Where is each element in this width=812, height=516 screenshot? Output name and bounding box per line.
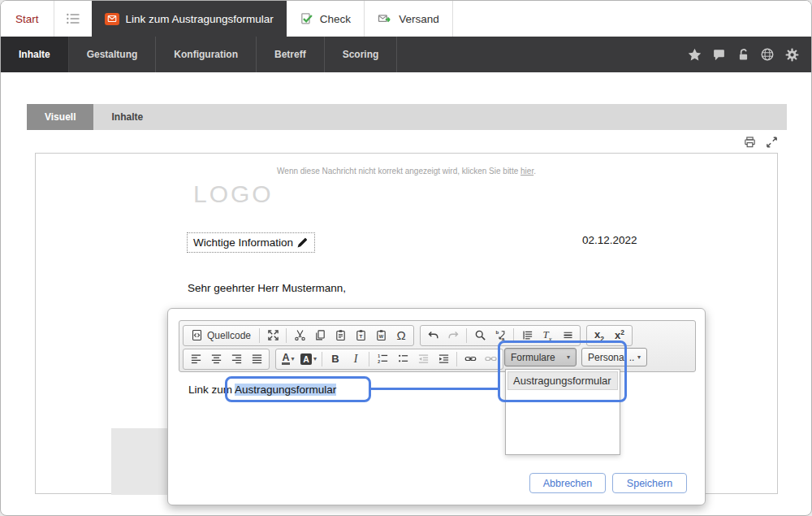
indent-icon: [438, 353, 450, 365]
numbered-list-button[interactable]: [373, 350, 392, 368]
copy-icon: [314, 329, 326, 341]
paste-button[interactable]: [330, 327, 350, 345]
send-icon: [378, 11, 392, 26]
remove-format-button[interactable]: Tx: [538, 327, 557, 345]
indent-button[interactable]: [434, 350, 453, 368]
italic-button[interactable]: I: [346, 350, 365, 368]
email-badge: [105, 13, 119, 25]
undo-button[interactable]: [423, 327, 443, 345]
subscript-button[interactable]: x2: [590, 327, 609, 345]
navbar-icon-group: [686, 37, 811, 72]
special-char-button[interactable]: Ω: [391, 327, 411, 345]
maximize-button[interactable]: [263, 327, 283, 345]
divider: [452, 1, 453, 37]
webview-notice: Wenn diese Nachricht nicht korrekt angez…: [36, 167, 777, 176]
tab-start[interactable]: Start: [1, 1, 54, 37]
redo-button[interactable]: [443, 327, 463, 345]
headline-text: Wichtige Information: [193, 236, 293, 249]
source-icon: [191, 329, 203, 341]
align-center-button[interactable]: [206, 350, 226, 368]
divider: [513, 328, 514, 343]
nav-item-inhalte[interactable]: Inhalte: [1, 37, 69, 72]
align-justify-icon: [251, 353, 263, 365]
outdent-button[interactable]: [413, 350, 433, 368]
tab-versand[interactable]: Versand: [365, 1, 452, 37]
redo-icon: [447, 329, 460, 341]
caret-down-icon: ▾: [567, 353, 570, 361]
personalisierung-dropdown[interactable]: Personal .. ▾: [581, 348, 647, 366]
subtab-visuell[interactable]: Visuell: [27, 104, 93, 130]
text-color-button[interactable]: A▾: [279, 350, 298, 368]
italic-icon: I: [354, 353, 358, 366]
main-navbar: Inhalte Gestaltung Konfiguration Betreff…: [1, 37, 811, 72]
subtab-inhalte[interactable]: Inhalte: [93, 104, 161, 130]
preview-tools: [743, 136, 779, 149]
bg-color-button[interactable]: A▾: [299, 350, 318, 368]
formulare-dropdown[interactable]: Formulare ▾: [504, 348, 577, 366]
check-icon: [300, 12, 313, 26]
tab-check[interactable]: Check: [287, 1, 364, 37]
overview-list-button[interactable]: [54, 1, 92, 37]
editor-content[interactable]: Link zum Austragungsformular: [188, 384, 336, 396]
unlink-button[interactable]: [481, 350, 500, 368]
nav-label: Konfiguration: [174, 49, 238, 60]
nav-item-scoring[interactable]: Scoring: [325, 37, 398, 72]
bullet-list-button[interactable]: [393, 350, 412, 368]
divider: [456, 352, 457, 366]
align-right-button[interactable]: [227, 350, 246, 368]
gear-icon: [784, 47, 800, 63]
cancel-button[interactable]: Abbrechen: [529, 473, 606, 493]
nav-item-konfiguration[interactable]: Konfiguration: [156, 37, 257, 72]
bold-button[interactable]: B: [326, 350, 345, 368]
webview-link[interactable]: hier: [520, 167, 533, 176]
formulare-label: Formulare: [511, 352, 555, 363]
toolbar-group: [183, 349, 270, 370]
omega-icon: Ω: [396, 328, 405, 342]
source-label: Quellcode: [207, 330, 251, 341]
superscript-button[interactable]: x2: [610, 327, 629, 345]
editable-headline[interactable]: Wichtige Information: [187, 232, 315, 253]
unlink-icon: [485, 353, 497, 365]
formulare-dropdown-panel: Austragungsformular: [505, 369, 620, 455]
annotation-connector-line: [369, 388, 499, 390]
dropdown-item-austragungsformular[interactable]: Austragungsformular: [508, 371, 618, 390]
paste-text-button[interactable]: [351, 327, 370, 345]
greeting-text: Sehr geehrter Herr Mustermann,: [188, 282, 346, 294]
tab-link-zum-austragungsformular[interactable]: Link zum Austragungsformular: [92, 1, 287, 37]
print-icon[interactable]: [743, 136, 757, 149]
align-center-icon: [210, 353, 222, 365]
text-color-icon: A: [282, 353, 289, 365]
link-button[interactable]: [460, 350, 480, 368]
language-button[interactable]: [759, 46, 775, 63]
maximize-icon: [267, 329, 279, 341]
expand-icon[interactable]: [765, 136, 779, 149]
caret-down-icon: ▾: [292, 355, 295, 362]
select-all-button[interactable]: [517, 327, 537, 345]
copy-button[interactable]: [310, 327, 330, 345]
paste-text-icon: [355, 329, 367, 341]
horizontal-rule-button[interactable]: [558, 327, 577, 345]
nav-label: Scoring: [343, 49, 379, 60]
replace-button[interactable]: [490, 327, 510, 345]
notice-text: Wenn diese Nachricht nicht korrekt angez…: [277, 167, 520, 176]
editor-text: Link zum: [188, 384, 235, 396]
source-button[interactable]: Quellcode: [186, 327, 256, 345]
cut-button[interactable]: [290, 327, 309, 345]
logo-placeholder: LOGO: [193, 180, 274, 208]
comment-button[interactable]: [710, 46, 727, 63]
search-button[interactable]: [470, 327, 490, 345]
lock-button[interactable]: [735, 46, 751, 63]
settings-button[interactable]: [784, 46, 800, 63]
nav-item-gestaltung[interactable]: Gestaltung: [69, 37, 157, 72]
active-tab-label: Link zum Austragungsformular: [126, 13, 274, 25]
divider: [466, 328, 467, 343]
favorite-button[interactable]: [686, 46, 702, 63]
tab-versand-label: Versand: [399, 13, 439, 25]
align-justify-button[interactable]: [247, 350, 266, 368]
align-left-button[interactable]: [186, 350, 205, 368]
paste-word-button[interactable]: [371, 327, 391, 345]
nav-item-betreff[interactable]: Betreff: [257, 37, 325, 72]
paste-icon: [335, 329, 347, 341]
numbered-list-icon: [377, 353, 389, 365]
save-button[interactable]: Speichern: [612, 473, 687, 493]
